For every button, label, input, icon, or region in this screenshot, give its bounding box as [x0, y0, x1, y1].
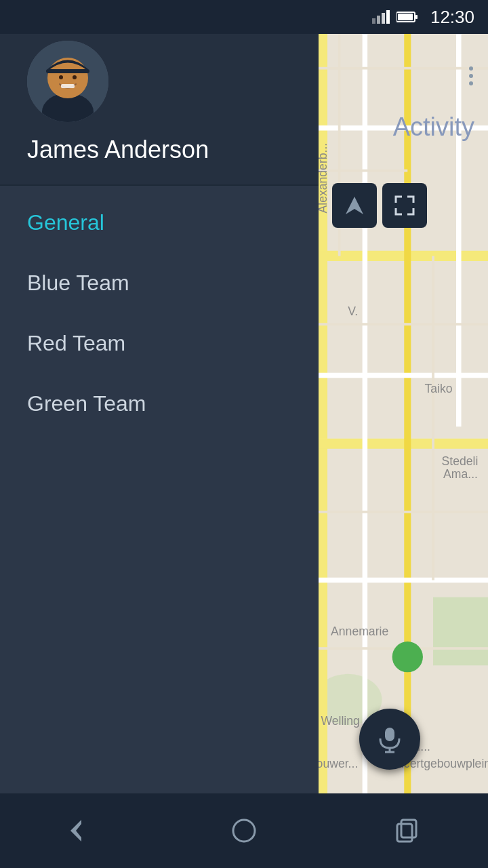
signal-icon	[372, 10, 391, 24]
svg-rect-8	[433, 597, 488, 666]
svg-rect-5	[398, 14, 413, 20]
nav-item-blue-team[interactable]: Blue Team	[0, 253, 319, 313]
svg-point-22	[392, 642, 423, 672]
svg-text:afe Welling: afe Welling	[319, 714, 360, 728]
svg-rect-0	[372, 18, 375, 24]
svg-rect-37	[401, 820, 416, 837]
svg-point-35	[233, 820, 255, 842]
avatar	[27, 41, 108, 122]
more-menu-button[interactable]	[465, 61, 477, 91]
map-controls	[332, 183, 427, 228]
battery-icon	[396, 11, 418, 23]
activity-label: Activity	[393, 113, 474, 142]
bottom-nav-bar	[0, 793, 488, 868]
svg-rect-24	[385, 728, 394, 741]
status-icons: 12:30	[372, 7, 474, 28]
svg-text:V.: V.	[348, 304, 358, 318]
svg-rect-36	[397, 824, 412, 842]
svg-text:Taiko: Taiko	[424, 382, 452, 395]
svg-rect-2	[382, 13, 385, 24]
svg-text:Alexanderb...: Alexanderb...	[319, 143, 329, 214]
svg-text:Ama...: Ama...	[443, 467, 478, 481]
svg-point-32	[73, 75, 77, 79]
svg-marker-23	[346, 197, 363, 214]
dot2	[469, 74, 473, 78]
svg-marker-34	[70, 820, 81, 842]
dot1	[469, 66, 473, 71]
nav-item-general[interactable]: General	[0, 193, 319, 253]
dot3	[469, 81, 473, 85]
status-bar: 12:30	[0, 0, 488, 34]
svg-rect-6	[415, 15, 418, 19]
svg-text:Annemarie: Annemarie	[331, 625, 388, 638]
svg-rect-1	[377, 16, 380, 24]
navigation-button[interactable]	[332, 183, 377, 228]
svg-point-29	[47, 58, 88, 98]
user-name: James Anderson	[27, 136, 291, 164]
nav-item-red-team[interactable]: Red Team	[0, 313, 319, 374]
fullscreen-button[interactable]	[382, 183, 427, 228]
back-button[interactable]	[66, 816, 96, 846]
home-button[interactable]	[229, 816, 259, 846]
svg-text:Wouwer...: Wouwer...	[319, 757, 358, 770]
status-time: 12:30	[430, 7, 474, 28]
svg-point-31	[59, 75, 63, 79]
recents-button[interactable]	[392, 816, 422, 846]
svg-rect-30	[46, 69, 89, 73]
navigation-drawer: James Anderson General Blue Team Red Tea…	[0, 0, 319, 793]
svg-text:Stedeli: Stedeli	[442, 454, 479, 468]
nav-item-green-team[interactable]: Green Team	[0, 374, 319, 434]
svg-rect-33	[61, 84, 75, 88]
microphone-button[interactable]	[359, 709, 420, 770]
svg-rect-3	[386, 10, 390, 24]
nav-list: General Blue Team Red Team Green Team	[0, 186, 319, 441]
